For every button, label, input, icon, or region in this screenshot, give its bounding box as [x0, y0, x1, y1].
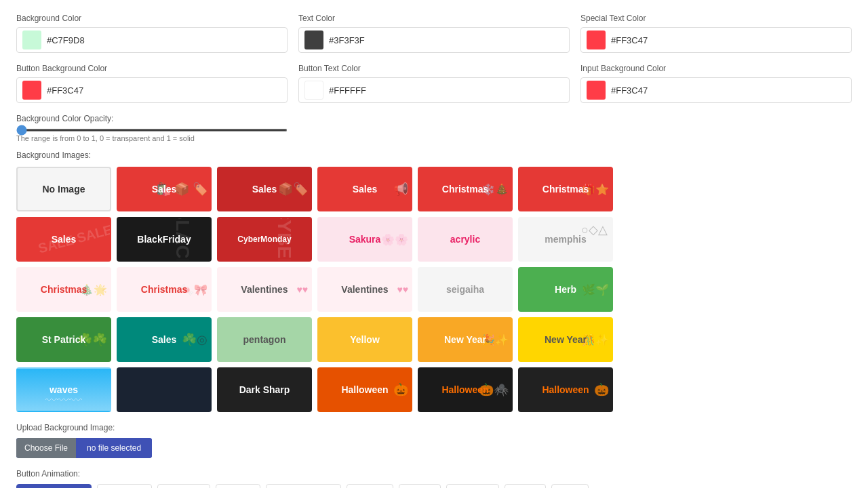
animation-buttons: No Animation Emitting Bounce Flash Rubbe… — [16, 484, 852, 488]
text-color-swatch[interactable] — [304, 30, 323, 49]
opacity-hint: The range is from 0 to 1, 0 = transparen… — [16, 134, 852, 142]
card-stpatrick[interactable]: St Patrick ☘️☘️ — [16, 317, 111, 362]
card-christmas-4[interactable]: Christmas 🍬🎀 — [117, 267, 212, 312]
card-label: Sakura — [349, 234, 381, 245]
anim-btn-emitting[interactable]: Emitting — [97, 484, 152, 488]
anim-btn-bounce[interactable]: Bounce — [157, 484, 210, 488]
card-label: St Patrick — [42, 334, 86, 345]
card-yellow[interactable]: Yellow — [317, 317, 412, 362]
card-sales-2[interactable]: Sales 📦🏷️ — [217, 167, 312, 211]
card-label: Sales — [353, 184, 378, 195]
card-darksharp[interactable]: Dark Sharp — [217, 367, 312, 412]
card-label: Herb — [555, 284, 576, 295]
anim-btn-no-animation[interactable]: No Animation — [16, 484, 92, 488]
card-memphis[interactable]: memphis ○◇△ — [518, 217, 613, 262]
choose-file-button[interactable]: Choose File — [16, 438, 76, 458]
card-label: Christmas — [442, 184, 488, 195]
card-no-image[interactable]: No Image — [16, 167, 111, 211]
card-newyear-2[interactable]: New Year 🎊✨ — [518, 317, 613, 362]
card-christmas-3[interactable]: Christmas 🎄🌟 — [16, 267, 111, 312]
card-halloween-1[interactable]: Halloween 🎃 — [317, 367, 412, 412]
card-christmas-1[interactable]: Christmas ❄️🎄 — [418, 167, 513, 211]
images-row-4: St Patrick ☘️☘️ Sales ☘️◎ pentagon Yello… — [16, 317, 852, 362]
input-bg-color-swatch[interactable] — [587, 81, 606, 100]
text-color-label: Text Color — [298, 14, 570, 23]
bg-color-input[interactable] — [47, 35, 281, 45]
card-seigaiha[interactable]: seigaiha — [418, 267, 513, 312]
special-text-color-field: Special Text Color — [580, 14, 852, 53]
input-bg-color-label: Input Background Color — [580, 64, 852, 73]
btn-bg-color-label: Button Background Color — [16, 64, 288, 73]
card-label: Halloween — [542, 384, 589, 395]
card-pentagon[interactable]: pentagon — [217, 317, 312, 362]
input-bg-color-input[interactable] — [611, 85, 846, 96]
card-sales-4[interactable]: Sales — [16, 217, 111, 262]
text-color-input[interactable] — [329, 35, 564, 45]
card-valentines-2[interactable]: Valentines ♥♥ — [317, 267, 412, 312]
card-valentines-1[interactable]: Valentines ♥♥ — [217, 267, 312, 312]
card-label: No Image — [42, 184, 85, 195]
special-text-color-input[interactable] — [611, 35, 846, 45]
btn-text-color-field: Button Text Color — [298, 64, 570, 103]
card-label: waves — [50, 384, 78, 395]
special-text-color-swatch[interactable] — [587, 30, 606, 49]
card-label: Sales — [252, 184, 277, 195]
card-label: Halloween — [341, 384, 388, 395]
images-grid: No Image Sales Sales 📦🏷️ Sales 📢 Christm… — [16, 167, 852, 412]
bg-color-label: Background Color — [16, 14, 288, 23]
bg-color-field: Background Color — [16, 14, 288, 53]
card-label: Valentines — [341, 284, 388, 295]
btn-text-color-input[interactable] — [329, 85, 564, 96]
anim-btn-wobble[interactable]: Wobble — [446, 484, 499, 488]
btn-text-color-swatch[interactable] — [304, 81, 323, 100]
card-herb[interactable]: Herb 🌿🌱 — [518, 267, 613, 312]
card-label: pentagon — [243, 334, 286, 345]
card-sales-1[interactable]: Sales — [117, 167, 212, 211]
opacity-label: Background Color Opacity: — [16, 114, 852, 123]
card-sakura[interactable]: Sakura 🌸🌸 — [317, 217, 412, 262]
card-label: Yellow — [350, 334, 380, 345]
card-label: acrylic — [450, 234, 480, 245]
images-row-1: No Image Sales Sales 📦🏷️ Sales 📢 Christm… — [16, 167, 852, 211]
anim-btn-jello[interactable]: Jello — [505, 484, 546, 488]
anim-btn-swing[interactable]: Swing — [347, 484, 393, 488]
images-row-3: Christmas 🎄🌟 Christmas 🍬🎀 Valentines ♥♥ … — [16, 267, 852, 312]
card-waves[interactable]: waves 〰〰〰 — [16, 367, 111, 412]
anim-btn-flash[interactable]: Flash — [216, 484, 260, 488]
file-input-wrapper: Choose File no file selected — [16, 438, 152, 458]
card-acrylic[interactable]: acrylic — [418, 217, 513, 262]
card-label: Christmas — [41, 284, 87, 295]
card-dark[interactable] — [117, 367, 212, 412]
card-newyear-1[interactable]: New Year 🎉✨ — [418, 317, 513, 362]
card-label: BlackFriday — [137, 234, 191, 245]
card-label: Sales — [52, 234, 77, 245]
input-bg-color-field: Input Background Color — [580, 64, 852, 103]
card-christmas-2[interactable]: Christmas 🎁⭐ — [518, 167, 613, 211]
card-halloween-2[interactable]: Halloween 🎃🕷️ — [418, 367, 513, 412]
upload-section: Upload Background Image: Choose File no … — [16, 423, 852, 458]
card-label: memphis — [545, 234, 586, 245]
card-blackfriday[interactable]: BlackFriday — [117, 217, 212, 262]
images-row-5: waves 〰〰〰 Dark Sharp Halloween 🎃 Hallowe… — [16, 367, 852, 412]
bg-color-swatch[interactable] — [22, 30, 41, 49]
card-cybermonday[interactable]: CyberMonday — [217, 217, 312, 262]
anim-btn-tada[interactable]: Tada — [399, 484, 441, 488]
upload-label: Upload Background Image: — [16, 423, 852, 432]
card-sales-3[interactable]: Sales 📢 — [317, 167, 412, 211]
card-sales-green[interactable]: Sales ☘️◎ — [117, 317, 212, 362]
anim-btn-rubber-band[interactable]: Rubber Band — [266, 484, 341, 488]
card-label: Sales — [152, 184, 177, 195]
card-label: seigaiha — [446, 284, 484, 295]
card-halloween-3[interactable]: Halloween 🎃 — [518, 367, 613, 412]
btn-bg-color-swatch[interactable] — [22, 81, 41, 100]
anim-btn-flip[interactable]: Flip — [551, 484, 589, 488]
animation-section: Button Animation: No Animation Emitting … — [16, 469, 852, 488]
btn-bg-color-input[interactable] — [47, 85, 281, 96]
text-color-field: Text Color — [298, 14, 570, 53]
card-label: Christmas — [542, 184, 589, 195]
btn-text-color-label: Button Text Color — [298, 64, 570, 73]
card-label: Sales — [152, 334, 177, 345]
bg-images-label: Background Images: — [16, 150, 852, 160]
opacity-slider[interactable] — [16, 129, 288, 131]
card-label: Halloween — [441, 384, 488, 395]
